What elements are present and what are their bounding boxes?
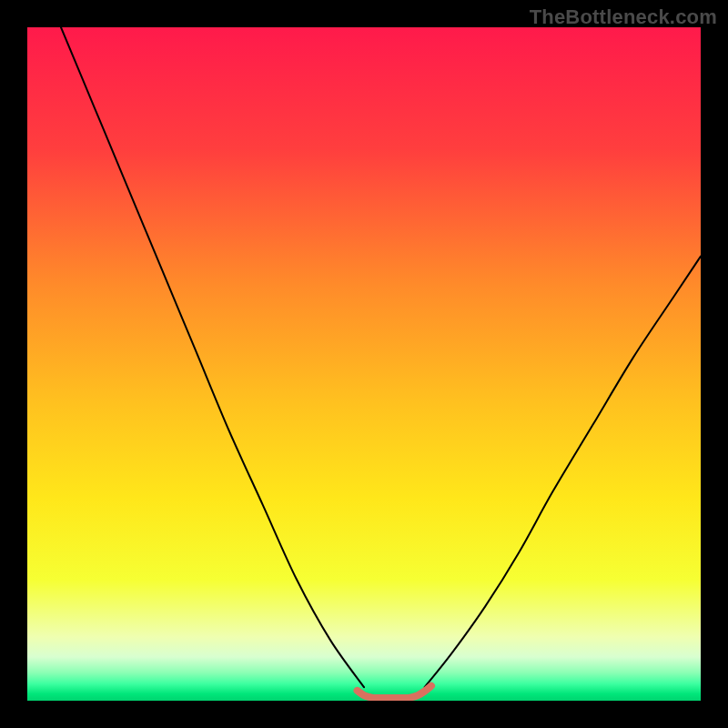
series-right-curve [425, 257, 701, 688]
series-bottom-segment [358, 686, 431, 698]
plot-area [27, 27, 701, 701]
series-left-curve [61, 27, 364, 687]
watermark-text: TheBottleneck.com [530, 5, 717, 29]
chart-stage: TheBottleneck.com [0, 0, 728, 728]
chart-curves [27, 27, 701, 701]
